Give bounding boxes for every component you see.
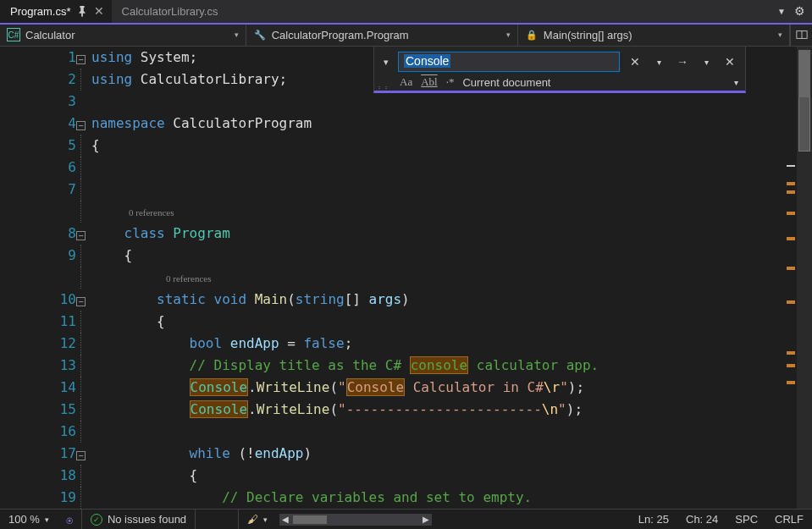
split-editor-button[interactable] bbox=[790, 25, 812, 47]
tab-label: CalculatorLibrary.cs bbox=[122, 5, 218, 18]
code-token: Calculator in C# bbox=[405, 379, 544, 395]
close-find-icon[interactable]: ✕ bbox=[627, 53, 644, 70]
zoom-label: 100 % bbox=[8, 513, 40, 526]
search-highlight: console bbox=[410, 356, 468, 374]
code-token: \r bbox=[544, 379, 560, 395]
find-input-value: Console bbox=[404, 54, 450, 68]
code-token: namespace bbox=[91, 115, 165, 131]
code-token: // Declare variables and set to empty. bbox=[222, 489, 532, 505]
line-number: 15 bbox=[0, 399, 76, 421]
line-number: 19 bbox=[0, 487, 76, 509]
find-options-arrow-icon[interactable]: ▾ bbox=[650, 53, 667, 70]
search-highlight: Console bbox=[190, 400, 248, 418]
line-number: 1 bbox=[0, 47, 76, 69]
quick-actions-icon[interactable]: 🖌▾ bbox=[239, 510, 276, 529]
match-case-toggle[interactable]: Aa bbox=[400, 75, 412, 89]
line-number: 17 bbox=[0, 443, 76, 465]
regex-toggle[interactable]: ·* bbox=[446, 75, 455, 89]
code-token: static bbox=[157, 291, 206, 307]
code-token: while bbox=[190, 445, 230, 461]
find-next-icon[interactable]: → bbox=[674, 53, 691, 70]
line-number: 14 bbox=[0, 377, 76, 399]
match-word-toggle[interactable]: Abl bbox=[421, 75, 438, 89]
search-highlight: Console bbox=[346, 378, 405, 396]
code-token: " bbox=[558, 401, 566, 417]
line-number: 6 bbox=[0, 157, 76, 179]
fold-toggle[interactable]: − bbox=[76, 231, 86, 240]
expand-replace-icon[interactable]: ▾ bbox=[381, 54, 391, 70]
check-icon: ✓ bbox=[91, 514, 102, 526]
fold-toggle[interactable]: − bbox=[76, 55, 86, 64]
codelens-references[interactable]: 0 references bbox=[91, 273, 211, 284]
gear-icon[interactable]: ⚙ bbox=[794, 4, 805, 18]
cursor-char[interactable]: Ch: 24 bbox=[677, 510, 726, 529]
vertical-scrollbar[interactable] bbox=[797, 47, 812, 509]
code-token: Main bbox=[255, 291, 288, 307]
nav-class-label: CalculatorProgram.Program bbox=[272, 29, 409, 41]
search-highlight: Console bbox=[190, 378, 248, 396]
cursor-line[interactable]: Ln: 25 bbox=[630, 510, 677, 529]
find-next-arrow-icon[interactable]: ▾ bbox=[698, 53, 715, 70]
line-endings[interactable]: CRLF bbox=[766, 510, 812, 529]
document-tab-bar: Program.cs* ✕ CalculatorLibrary.cs ▼ ⚙ bbox=[0, 0, 812, 25]
code-editor[interactable]: 1 − using System; 2 using CalculatorLibr… bbox=[0, 47, 785, 509]
editor-area: 1 − using System; 2 using CalculatorLibr… bbox=[0, 47, 812, 509]
line-number: 11 bbox=[0, 311, 76, 333]
zoom-level[interactable]: 100 % ▾ bbox=[0, 510, 58, 529]
find-input[interactable]: Console bbox=[398, 52, 620, 72]
nav-member-label: Main(string[] args) bbox=[544, 29, 632, 41]
close-icon[interactable]: ✕ bbox=[93, 5, 105, 17]
nav-member-dropdown[interactable]: 🔒 Main(string[] args) ▾ bbox=[518, 25, 790, 47]
nav-project-dropdown[interactable]: C# Calculator ▾ bbox=[0, 25, 246, 47]
code-token: WriteLine bbox=[257, 401, 330, 417]
chevron-down-icon: ▾ bbox=[235, 30, 239, 39]
line-number: 16 bbox=[0, 421, 76, 443]
status-bar: 100 % ▾ ⍟ ✓ No issues found 🖌▾ ◀ ▶ Ln: 2… bbox=[0, 509, 812, 529]
code-token: args bbox=[369, 291, 402, 307]
line-number: 9 bbox=[0, 245, 76, 267]
marker-overview[interactable] bbox=[785, 47, 797, 509]
horizontal-scrollbar[interactable]: ◀ ▶ bbox=[279, 514, 432, 526]
tab-label: Program.cs* bbox=[10, 5, 71, 18]
chevron-down-icon[interactable]: ▾ bbox=[734, 78, 738, 87]
line-number: 13 bbox=[0, 355, 76, 377]
tab-overflow-icon[interactable]: ▼ bbox=[777, 7, 786, 16]
chevron-down-icon: ▾ bbox=[778, 30, 782, 39]
fold-toggle[interactable]: − bbox=[76, 121, 86, 130]
code-token: class bbox=[124, 225, 165, 241]
line-number: 5 bbox=[0, 135, 76, 157]
nav-class-dropdown[interactable]: 🔧 CalculatorProgram.Program ▾ bbox=[246, 25, 518, 47]
scroll-left-icon[interactable]: ◀ bbox=[279, 514, 291, 526]
pin-icon[interactable] bbox=[76, 5, 88, 17]
intellisense-icon[interactable]: ⍟ bbox=[58, 510, 81, 529]
code-token: \n bbox=[542, 401, 558, 417]
line-number: 3 bbox=[0, 91, 76, 113]
code-token: false bbox=[303, 335, 344, 351]
line-number: 4 bbox=[0, 113, 76, 135]
chevron-down-icon: ▾ bbox=[506, 30, 511, 39]
code-token: Program bbox=[173, 225, 229, 241]
scroll-right-icon[interactable]: ▶ bbox=[420, 514, 432, 526]
error-status[interactable]: ✓ No issues found bbox=[82, 510, 195, 529]
class-icon: 🔧 bbox=[253, 28, 267, 41]
code-token: CalculatorLibrary bbox=[141, 71, 279, 87]
find-scope-dropdown[interactable]: Current document bbox=[462, 76, 726, 89]
codelens-references[interactable]: 0 references bbox=[91, 207, 174, 218]
tab-calculatorlibrary-cs[interactable]: CalculatorLibrary.cs bbox=[112, 0, 225, 23]
indentation-mode[interactable]: SPC bbox=[726, 510, 766, 529]
line-number: 7 bbox=[0, 179, 76, 201]
chevron-down-icon: ▾ bbox=[45, 515, 49, 524]
line-number: 12 bbox=[0, 333, 76, 355]
resize-handle-icon[interactable]: ⋮⋮ bbox=[376, 85, 389, 92]
tab-program-cs[interactable]: Program.cs* ✕ bbox=[0, 0, 112, 23]
code-token: WriteLine bbox=[257, 379, 330, 395]
code-token: using bbox=[91, 71, 132, 87]
issues-label: No issues found bbox=[108, 513, 186, 526]
line-number: 8 bbox=[0, 223, 76, 245]
close-icon[interactable]: ✕ bbox=[721, 53, 738, 70]
code-token: // Display title as the C# bbox=[190, 357, 410, 373]
fold-toggle[interactable]: − bbox=[76, 297, 86, 306]
code-token: bool bbox=[190, 335, 223, 351]
line-number: 10 bbox=[0, 289, 76, 311]
fold-toggle[interactable]: − bbox=[76, 451, 86, 460]
